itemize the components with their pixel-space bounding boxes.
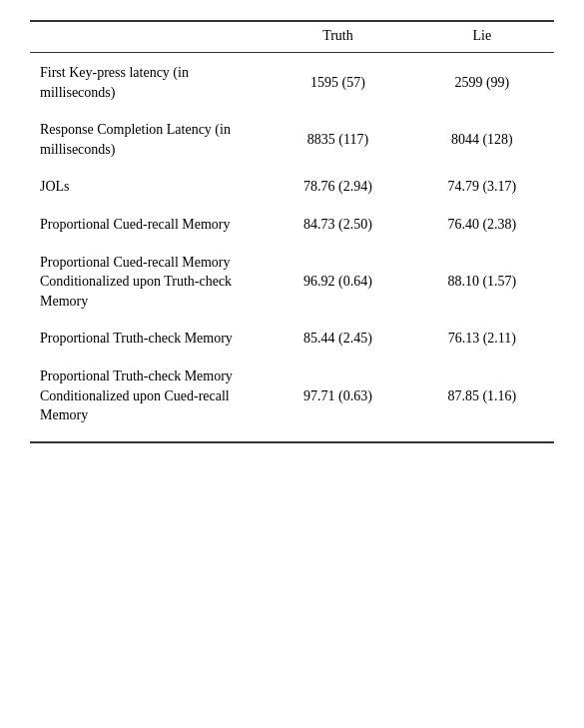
- table-row: Proportional Cued-recall Memory Conditio…: [30, 249, 554, 316]
- row-truth-value: 97.71 (0.63): [266, 363, 409, 442]
- row-truth-value: 85.44 (2.45): [266, 325, 409, 353]
- table-row: Proportional Cued-recall Memory84.73 (2.…: [30, 211, 554, 239]
- row-spacer: [30, 106, 554, 116]
- row-lie-value: 87.85 (1.16): [410, 363, 554, 442]
- row-label: First Key-press latency (in milliseconds…: [30, 53, 266, 107]
- row-label: Proportional Cued-recall Memory Conditio…: [30, 249, 266, 316]
- row-lie-value: 8044 (128): [410, 116, 554, 163]
- row-truth-value: 1595 (57): [266, 53, 409, 107]
- table-row: JOLs78.76 (2.94)74.79 (3.17): [30, 173, 554, 201]
- row-truth-value: 78.76 (2.94): [266, 173, 409, 201]
- row-label: Proportional Cued-recall Memory: [30, 211, 266, 239]
- row-label: Proportional Truth-check Memory: [30, 325, 266, 353]
- col-header-truth: Truth: [266, 21, 409, 53]
- table-row: Proportional Truth-check Memory Conditio…: [30, 363, 554, 442]
- table-row: Proportional Truth-check Memory85.44 (2.…: [30, 325, 554, 353]
- col-header-lie: Lie: [410, 21, 554, 53]
- row-lie-value: 76.13 (2.11): [410, 325, 554, 353]
- row-spacer: [30, 315, 554, 325]
- row-lie-value: 2599 (99): [410, 53, 554, 107]
- row-truth-value: 84.73 (2.50): [266, 211, 409, 239]
- row-label: Proportional Truth-check Memory Conditio…: [30, 363, 266, 442]
- table-row: Response Completion Latency (in millisec…: [30, 116, 554, 163]
- row-lie-value: 88.10 (1.57): [410, 249, 554, 316]
- row-spacer: [30, 201, 554, 211]
- row-lie-value: 76.40 (2.38): [410, 211, 554, 239]
- row-label: Response Completion Latency (in millisec…: [30, 116, 266, 163]
- row-spacer: [30, 353, 554, 363]
- row-truth-value: 96.92 (0.64): [266, 249, 409, 316]
- row-spacer: [30, 163, 554, 173]
- row-lie-value: 74.79 (3.17): [410, 173, 554, 201]
- row-label: JOLs: [30, 173, 266, 201]
- row-spacer: [30, 239, 554, 249]
- data-table: Truth Lie First Key-press latency (in mi…: [30, 20, 554, 443]
- table-row: First Key-press latency (in milliseconds…: [30, 53, 554, 107]
- row-truth-value: 8835 (117): [266, 116, 409, 163]
- col-header-label: [30, 21, 266, 53]
